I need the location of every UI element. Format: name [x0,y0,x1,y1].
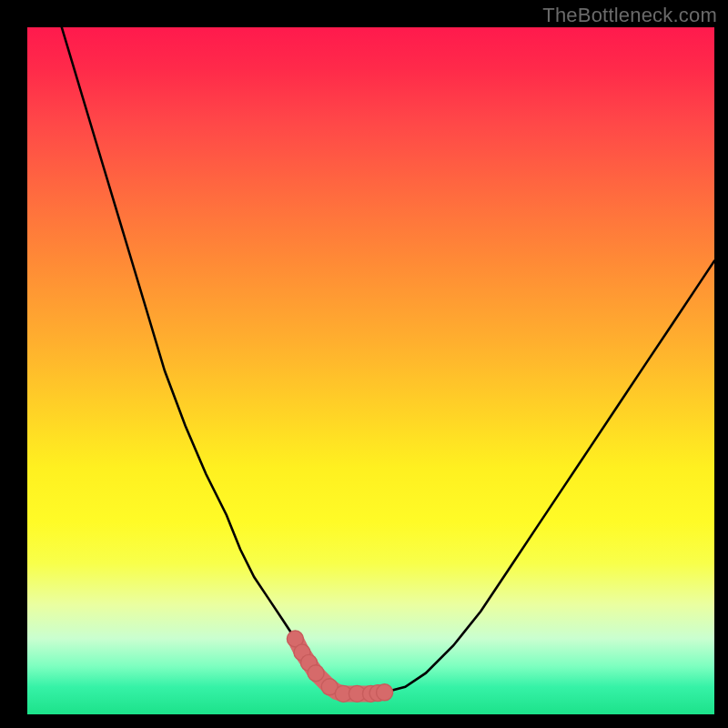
plot-area [27,27,714,714]
optimal-marker-dot [377,684,393,701]
bottleneck-curve [62,27,714,693]
optimal-marker-dot [308,665,324,682]
watermark-text: TheBottleneck.com [542,4,717,27]
chart-frame: TheBottleneck.com [0,0,728,728]
optimal-markers [287,631,392,702]
curve-layer [27,27,714,714]
